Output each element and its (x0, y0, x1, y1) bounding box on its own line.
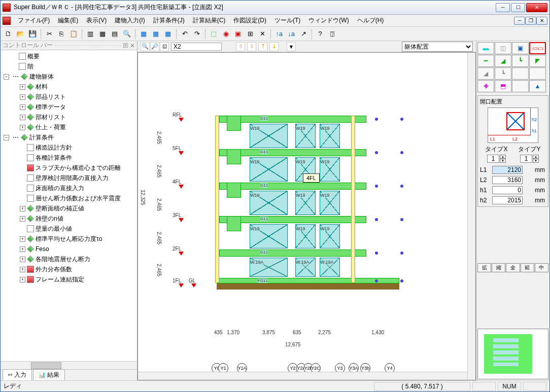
tree-item[interactable]: 床面積の直接入力 (2, 183, 136, 193)
tree-item-building[interactable]: −⋯建物躯体 (2, 72, 136, 82)
tab-input[interactable]: ✏ 入力 (3, 369, 32, 380)
tree-item[interactable]: +各階地震層せん断力 (2, 254, 136, 264)
tree-item[interactable]: +仕上・荷重 (2, 122, 136, 132)
zoomfit-icon[interactable]: ⊡ (160, 42, 169, 51)
undo-icon[interactable]: ↶ (179, 28, 190, 40)
h1-input[interactable] (492, 186, 523, 194)
display-mode-select[interactable]: 躯体配置 (402, 42, 473, 52)
copy-icon[interactable]: ⎘ (56, 28, 67, 40)
menu-file[interactable]: ファイル(F) (14, 15, 54, 26)
menu-calc-res[interactable]: 計算結果(C) (189, 15, 230, 26)
mode3-icon[interactable]: ▣ (232, 28, 244, 40)
redo-icon[interactable]: ↷ (191, 28, 202, 40)
mode5-icon[interactable]: ✕ (257, 28, 268, 40)
mini-range[interactable]: 範 (521, 263, 534, 272)
L1-input[interactable] (492, 166, 523, 174)
grid3-icon[interactable]: ▦ (162, 28, 174, 40)
hscrollbar[interactable] (138, 372, 467, 380)
up-icon[interactable]: ↑a (273, 28, 285, 40)
mini-center[interactable]: 中 (535, 263, 548, 272)
ref-icon[interactable]: ↗ (298, 28, 309, 40)
tree-hscroll[interactable] (1, 361, 137, 369)
help-icon[interactable]: ? (315, 28, 326, 40)
tree-item[interactable]: 壁量の最小値 (2, 224, 136, 234)
tool2-icon[interactable]: ▦ (97, 28, 108, 40)
tree-view[interactable]: 概要 階 −⋯建物躯体 +材料 +部品リスト +標準データ +部材リスト +仕上… (1, 50, 137, 361)
rbtn[interactable]: ◫ (495, 42, 511, 54)
mini-zoom-out[interactable]: 縮 (492, 263, 505, 272)
whatsthis-icon[interactable]: ⍰ (327, 28, 338, 40)
typey-spinner[interactable]: ▲▼ (520, 155, 539, 163)
tree-item[interactable]: +雑壁のn値 (2, 213, 136, 224)
mode1-icon[interactable]: ⬚ (208, 28, 219, 40)
tree-item[interactable]: 各種計算条件 (2, 153, 136, 163)
zoom-btns[interactable]: 🔍 🔎 ⊡ (141, 42, 169, 51)
mdi-minimize-button[interactable]: ─ (514, 17, 525, 25)
rbtn[interactable] (512, 67, 529, 80)
tree-item[interactable]: +部材リスト (2, 112, 136, 122)
maximize-button[interactable]: ☐ (511, 3, 525, 12)
tool3-icon[interactable]: ▤ (109, 28, 120, 40)
vscrollbar[interactable] (467, 53, 475, 380)
tree-item[interactable]: スラブ天から構造心までの距離 (2, 163, 136, 173)
tree-item[interactable]: 壁厚検討用階高の直接入力 (2, 173, 136, 183)
rbtn[interactable]: ◤ (529, 55, 546, 67)
tree-item[interactable]: +部品リスト (2, 92, 136, 102)
tree-item-floor[interactable]: 階 (2, 61, 136, 72)
rbtn[interactable]: ┗ (495, 67, 511, 80)
close-button[interactable]: ✕ (526, 3, 547, 12)
mini-fit[interactable]: 全 (506, 263, 520, 272)
rbtn[interactable]: ┗ (512, 55, 529, 67)
mini-zoom-in[interactable]: 拡 (477, 263, 491, 272)
rbtn[interactable]: ━ (477, 55, 494, 67)
rbtn[interactable]: ⬒ (495, 80, 511, 92)
rbtn[interactable] (529, 67, 546, 80)
grid2-icon[interactable]: ▦ (150, 28, 161, 40)
mode4-icon[interactable]: ⊞ (245, 28, 256, 40)
menu-draw-set[interactable]: 作図設定(D) (229, 15, 270, 26)
save-icon[interactable]: 💾 (27, 28, 38, 40)
tree-item-calccond[interactable]: −⋯計算条件 (2, 132, 136, 142)
menu-help[interactable]: ヘルプ(H) (353, 15, 388, 26)
menu-edit[interactable]: 編集(E) (54, 15, 82, 26)
rbtn[interactable]: ◢ (495, 55, 511, 67)
tree-item-overview[interactable]: 概要 (2, 51, 136, 61)
bottom-arrow-icon[interactable]: ⤓ (269, 42, 279, 51)
rbtn[interactable]: ◢ (477, 67, 494, 80)
sidebar-close-icon[interactable]: ☒ ✕ (123, 42, 135, 49)
new-icon[interactable]: 🗋 (3, 28, 14, 40)
mdi-restore-button[interactable]: ❐ (525, 17, 536, 25)
tree-item[interactable]: +壁断面積の補正値 (2, 203, 136, 213)
tree-item[interactable]: +外力分布係数 (2, 264, 136, 274)
zoomin-icon[interactable]: 🔍 (141, 42, 150, 51)
grid1-icon[interactable]: ▦ (138, 28, 149, 40)
down-icon[interactable]: ↓a (286, 28, 297, 40)
minimize-button[interactable]: ─ (496, 3, 510, 12)
menu-window[interactable]: ウィンドウ(W) (304, 15, 353, 26)
rbtn[interactable] (512, 80, 529, 92)
rbtn[interactable]: ✚ (477, 80, 494, 92)
mode2-icon[interactable]: ◉ (220, 28, 231, 40)
drawing-canvas[interactable]: G11 G11 G11 G11 G11 FG11 W19 W1 (138, 53, 475, 380)
tree-item[interactable]: +材料 (2, 82, 136, 92)
search-icon[interactable]: 🔍 (121, 28, 132, 40)
menu-view[interactable]: 表示(V) (82, 15, 111, 26)
open-icon[interactable]: 📂 (15, 28, 26, 40)
rbtn[interactable]: ▲ (529, 80, 546, 92)
tree-item[interactable]: +標準平均せん断応力度τo (2, 234, 136, 244)
paste-icon[interactable]: 📋 (68, 28, 79, 40)
zoomout-icon[interactable]: 🔎 (150, 42, 159, 51)
cut-icon[interactable]: ✂ (44, 28, 55, 40)
rbtn-selected[interactable]: ▭▭ (529, 42, 546, 54)
tree-item[interactable]: 層せん断力係数および水平震度 (2, 193, 136, 203)
view-label-input[interactable] (171, 43, 222, 51)
tree-item[interactable]: 構造設計方針 (2, 142, 136, 153)
minimap[interactable] (477, 329, 548, 379)
tree-item[interactable]: +フレーム連結指定 (2, 274, 136, 284)
top-arrow-icon[interactable]: ⤒ (258, 42, 267, 51)
tree-item[interactable]: +標準データ (2, 102, 136, 112)
menu-building[interactable]: 建物入力(I) (111, 15, 149, 26)
typex-spinner[interactable]: ▲▼ (487, 155, 506, 163)
L2-input[interactable] (492, 176, 523, 184)
rbtn[interactable]: ▬ (477, 42, 494, 54)
